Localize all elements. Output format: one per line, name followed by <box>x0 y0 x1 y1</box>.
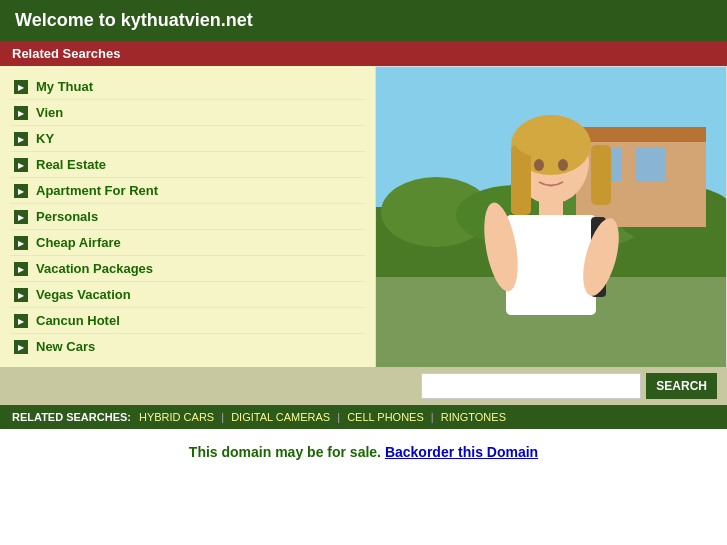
link-ky[interactable]: KY <box>36 131 54 146</box>
link-item-my-thuat[interactable]: My Thuat <box>10 74 365 100</box>
link-item-vacation-packages[interactable]: Vacation Packages <box>10 256 365 282</box>
svg-rect-16 <box>539 197 563 217</box>
svg-rect-17 <box>506 215 596 315</box>
link-cheap-airfare[interactable]: Cheap Airfare <box>36 235 121 250</box>
page-header: Welcome to kythuatvien.net <box>0 0 727 41</box>
arrow-icon <box>14 106 28 120</box>
footer-text: This domain may be for sale. <box>189 444 381 460</box>
bottom-links-list: HYBRID CARS | DIGITAL CAMERAS | CELL PHO… <box>139 411 506 423</box>
page-title: Welcome to kythuatvien.net <box>15 10 253 30</box>
link-item-cheap-airfare[interactable]: Cheap Airfare <box>10 230 365 256</box>
search-input[interactable] <box>421 373 641 399</box>
search-area: SEARCH <box>0 367 727 405</box>
arrow-icon <box>14 236 28 250</box>
bottom-link-hybrid-cars[interactable]: HYBRID CARS <box>139 411 214 423</box>
link-vegas-vacation[interactable]: Vegas Vacation <box>36 287 131 302</box>
link-item-personals[interactable]: Personals <box>10 204 365 230</box>
svg-rect-7 <box>576 127 706 142</box>
svg-point-15 <box>513 119 589 159</box>
separator: | <box>218 411 227 423</box>
separator: | <box>428 411 437 423</box>
related-searches-label: Related Searches <box>12 46 120 61</box>
bottom-link-cell-phones[interactable]: CELL PHONES <box>347 411 424 423</box>
main-content: My ThuatVienKYReal EstateApartment For R… <box>0 66 727 367</box>
link-vien[interactable]: Vien <box>36 105 63 120</box>
link-new-cars[interactable]: New Cars <box>36 339 95 354</box>
svg-rect-13 <box>511 145 531 215</box>
arrow-icon <box>14 80 28 94</box>
link-my-thuat[interactable]: My Thuat <box>36 79 93 94</box>
svg-rect-9 <box>636 147 666 182</box>
link-cancun-hotel[interactable]: Cancun Hotel <box>36 313 120 328</box>
separator: | <box>334 411 343 423</box>
link-item-vien[interactable]: Vien <box>10 100 365 126</box>
link-item-cancun-hotel[interactable]: Cancun Hotel <box>10 308 365 334</box>
svg-rect-14 <box>591 145 611 205</box>
bottom-link-ringtones[interactable]: RINGTONES <box>441 411 506 423</box>
arrow-icon <box>14 262 28 276</box>
image-column <box>375 66 727 367</box>
link-personals[interactable]: Personals <box>36 209 98 224</box>
link-item-real-estate[interactable]: Real Estate <box>10 152 365 178</box>
related-searches-bar: Related Searches <box>0 41 727 66</box>
bottom-bar-label: RELATED SEARCHES: <box>12 411 131 423</box>
link-item-vegas-vacation[interactable]: Vegas Vacation <box>10 282 365 308</box>
link-item-ky[interactable]: KY <box>10 126 365 152</box>
bottom-bar: RELATED SEARCHES: HYBRID CARS | DIGITAL … <box>0 405 727 429</box>
bottom-link-digital-cameras[interactable]: DIGITAL CAMERAS <box>231 411 330 423</box>
link-vacation-packages[interactable]: Vacation Packages <box>36 261 153 276</box>
search-button[interactable]: SEARCH <box>646 373 717 399</box>
svg-point-22 <box>558 159 568 171</box>
arrow-icon <box>14 314 28 328</box>
links-column: My ThuatVienKYReal EstateApartment For R… <box>0 66 375 367</box>
arrow-icon <box>14 184 28 198</box>
link-real-estate[interactable]: Real Estate <box>36 157 106 172</box>
svg-point-21 <box>534 159 544 171</box>
link-item-apartment-for-rent[interactable]: Apartment For Rent <box>10 178 365 204</box>
arrow-icon <box>14 210 28 224</box>
footer: This domain may be for sale. Backorder t… <box>0 429 727 475</box>
arrow-icon <box>14 288 28 302</box>
link-item-new-cars[interactable]: New Cars <box>10 334 365 359</box>
arrow-icon <box>14 340 28 354</box>
decorative-image <box>376 67 726 367</box>
links-list: My ThuatVienKYReal EstateApartment For R… <box>10 74 365 359</box>
link-apartment-for-rent[interactable]: Apartment For Rent <box>36 183 158 198</box>
backorder-link[interactable]: Backorder this Domain <box>385 444 538 460</box>
arrow-icon <box>14 158 28 172</box>
arrow-icon <box>14 132 28 146</box>
